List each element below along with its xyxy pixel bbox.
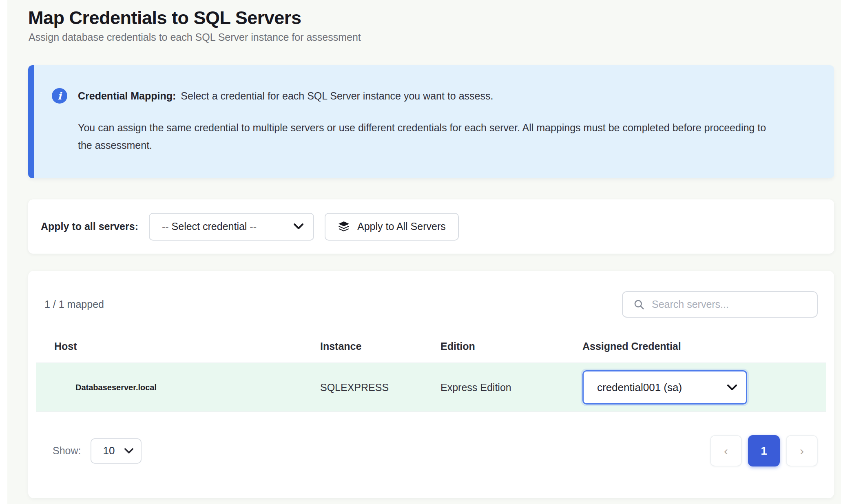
cell-instance: SQLEXPRESS: [320, 382, 440, 393]
servers-panel: 1 / 1 mapped Host Instance Edition Assig…: [28, 271, 834, 498]
credential-mapping-page: Map Credentials to SQL Servers Assign da…: [28, 7, 834, 498]
column-header-edition: Edition: [440, 340, 582, 352]
info-banner-heading-label: Credential Mapping:: [78, 90, 176, 102]
info-banner-body: You can assign the same credential to mu…: [78, 119, 781, 154]
info-banner: i Credential Mapping:Select a credential…: [28, 65, 834, 178]
apply-to-all-button[interactable]: Apply to All Servers: [325, 213, 459, 241]
chevron-down-icon: [727, 385, 737, 391]
apply-credential-select-value: -- Select credential --: [162, 221, 257, 232]
pagination: ‹ 1 ›: [710, 435, 818, 466]
search-icon: [633, 299, 644, 310]
table-row: Databaseserver.local SQLEXPRESS Express …: [36, 363, 826, 412]
info-icon: i: [52, 88, 67, 104]
apply-to-all-button-label: Apply to All Servers: [357, 221, 446, 232]
layers-icon: [338, 221, 350, 233]
previous-page-button[interactable]: ‹: [710, 435, 742, 466]
page-size-select[interactable]: 10: [91, 438, 142, 464]
column-header-host: Host: [36, 340, 320, 352]
apply-credential-select[interactable]: -- Select credential --: [149, 213, 314, 241]
page-size-value: 10: [103, 444, 115, 457]
chevron-right-icon: ›: [800, 444, 804, 458]
cell-host: Databaseserver.local: [36, 383, 320, 392]
assigned-credential-select-value: credential001 (sa): [597, 381, 682, 394]
page-title: Map Credentials to SQL Servers: [28, 7, 834, 29]
chevron-down-icon: [124, 448, 133, 454]
info-banner-heading-row: i Credential Mapping:Select a credential…: [52, 88, 810, 104]
chevron-down-icon: [294, 223, 303, 230]
apply-to-all-label: Apply to all servers:: [41, 221, 138, 232]
page-size-group: Show: 10: [53, 438, 142, 464]
next-page-button[interactable]: ›: [786, 435, 818, 466]
column-header-assigned-credential: Assigned Credential: [582, 340, 826, 352]
search-box: [622, 291, 818, 318]
info-banner-heading-text: Select a credential for each SQL Server …: [181, 90, 493, 102]
cell-assigned-credential: credential001 (sa): [582, 370, 826, 405]
current-page-button[interactable]: 1: [748, 435, 780, 466]
page-subtitle: Assign database credentials to each SQL …: [29, 31, 834, 43]
current-page-number: 1: [761, 444, 767, 458]
table-header-row: Host Instance Edition Assigned Credentia…: [36, 330, 826, 363]
cell-edition: Express Edition: [440, 382, 582, 393]
search-input[interactable]: [651, 298, 809, 311]
table-footer: Show: 10 ‹ 1 ›: [44, 435, 818, 466]
assigned-credential-select[interactable]: credential001 (sa): [582, 370, 747, 405]
apply-to-all-bar: Apply to all servers: -- Select credenti…: [28, 199, 834, 254]
info-banner-heading: Credential Mapping:Select a credential f…: [78, 90, 493, 102]
show-label: Show:: [53, 445, 81, 457]
servers-panel-toolbar: 1 / 1 mapped: [44, 291, 818, 318]
column-header-instance: Instance: [320, 340, 440, 352]
mapped-count: 1 / 1 mapped: [44, 298, 104, 310]
chevron-left-icon: ‹: [724, 444, 728, 458]
